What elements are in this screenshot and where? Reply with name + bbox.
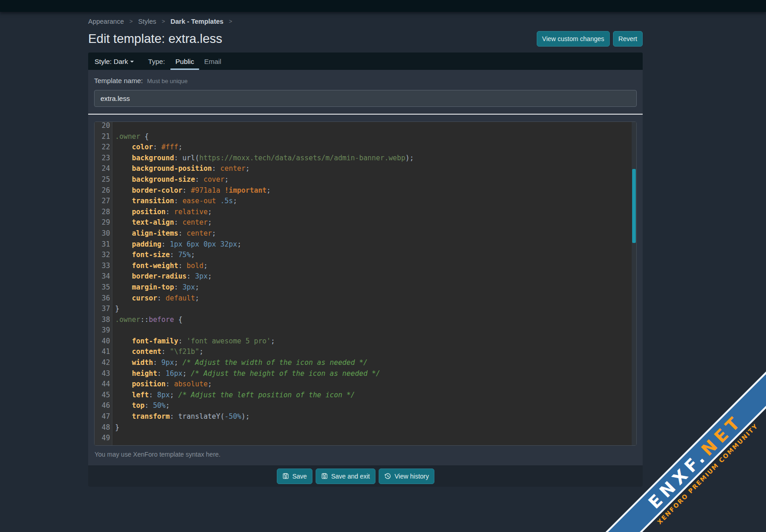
line-number: 35 [95,282,110,293]
code-line: .owner::before { [115,315,632,326]
code-line: align-items: center; [115,228,632,239]
syntax-hint: You may use XenForo template syntax here… [88,446,643,458]
code-line: width: 9px; /* Adjust the width of the i… [115,358,632,369]
code-line: border-radius: 3px; [115,271,632,282]
template-name-hint: Must be unique [147,78,188,84]
breadcrumb-item-dark-templates[interactable]: Dark - Templates [170,18,223,25]
footer-bar: Save Save and exit [88,465,643,487]
line-number-gutter: 2021222324252627282930313233343536373839… [95,122,112,445]
line-number: 24 [95,163,110,174]
line-number: 43 [95,369,110,379]
code-line: margin-top: 3px; [115,282,632,293]
chevron-down-icon [130,61,134,63]
line-number: 21 [95,132,110,142]
style-picker-menu[interactable]: Style: Dark [95,53,134,70]
edit-template-panel: Style: Dark Type: Public Email Template … [88,53,643,487]
page-title: Edit template: extra.less [88,32,222,46]
code-line: text-align: center; [115,217,632,228]
view-custom-changes-button[interactable]: View custom changes [537,31,610,47]
view-history-button-label: View history [395,473,429,480]
code-line [115,122,632,132]
chevron-right-icon: > [229,18,232,25]
save-icon [321,473,328,479]
editor-scrollbar[interactable] [632,122,636,445]
line-number: 46 [95,400,110,411]
tab-bar: Style: Dark Type: Public Email [88,53,643,70]
save-icon [282,473,289,479]
code-editor[interactable]: 2021222324252627282930313233343536373839… [94,121,637,446]
line-number: 27 [95,196,110,207]
line-number: 37 [95,304,110,315]
style-picker-label: Style: Dark [95,58,128,65]
chevron-right-icon: > [162,18,165,25]
line-number: 34 [95,271,110,282]
line-number: 45 [95,390,110,401]
code-line: left: 8px; /* Adjust the left position o… [115,390,632,401]
admin-top-bar [0,0,766,12]
title-row: Edit template: extra.less View custom ch… [88,31,643,47]
tab-public[interactable]: Public [170,53,199,70]
code-line: top: 50%; [115,400,632,411]
code-line: cursor: default; [115,293,632,304]
line-number: 33 [95,261,110,272]
code-line: .owner { [115,132,632,142]
code-line: } [115,422,632,433]
watermark-brand-orange: NET [697,411,746,459]
code-line [115,325,632,336]
template-name-row: Template name: Must be unique [88,70,643,114]
code-line: position: relative; [115,207,632,218]
code-line: font-size: 75%; [115,250,632,261]
code-line: transform: translateY(-50%); [115,411,632,422]
editor-section: 2021222324252627282930313233343536373839… [88,115,643,446]
page-content: Appearance > Styles > Dark - Templates >… [88,12,643,487]
code-line: content: "\f21b"; [115,347,632,358]
template-name-input[interactable] [94,90,637,107]
code-line: padding: 1px 6px 0px 32px; [115,239,632,250]
line-number: 31 [95,239,110,250]
line-number: 30 [95,228,110,239]
template-name-label: Template name: [94,77,143,84]
line-number: 32 [95,250,110,261]
save-and-exit-button-label: Save and exit [331,473,370,480]
line-number: 49 [95,433,110,444]
line-number: 25 [95,174,110,185]
breadcrumb: Appearance > Styles > Dark - Templates > [88,18,643,25]
line-number: 40 [95,336,110,347]
line-number: 23 [95,153,110,164]
line-number: 28 [95,207,110,218]
save-button-label: Save [292,473,307,480]
code-line: background-position: center; [115,163,632,174]
breadcrumb-item-styles[interactable]: Styles [138,18,157,25]
code-line: background-size: cover; [115,174,632,185]
line-number: 20 [95,121,110,132]
view-history-button[interactable]: View history [379,469,434,484]
line-number: 36 [95,293,110,304]
code-line: border-color: #971a1a !important; [115,185,632,196]
line-number: 47 [95,411,110,422]
line-number: 39 [95,325,110,336]
save-button[interactable]: Save [277,469,312,484]
line-number: 22 [95,142,110,153]
line-number: 41 [95,347,110,358]
header-actions: View custom changes Revert [537,31,643,47]
revert-button[interactable]: Revert [613,31,643,47]
code-line: background: url(https://moxx.tech/data/a… [115,153,632,164]
code-line: position: absolute; [115,379,632,390]
editor-scrollbar-thumb[interactable] [632,169,636,243]
code-area[interactable]: .owner { color: #fff; background: url(ht… [112,122,632,445]
code-line: font-weight: bold; [115,261,632,272]
type-label: Type: [148,53,165,70]
line-number: 42 [95,358,110,369]
code-line: } [115,304,632,315]
line-number: 26 [95,185,110,196]
code-line [115,433,632,444]
code-line: transition: ease-out .5s; [115,196,632,207]
history-icon [384,473,391,480]
breadcrumb-item-appearance[interactable]: Appearance [88,18,124,25]
line-number: 29 [95,217,110,228]
code-line: font-family: 'font awesome 5 pro'; [115,336,632,347]
code-line: height: 16px; /* Adjust the height of th… [115,369,632,379]
save-and-exit-button[interactable]: Save and exit [316,469,375,484]
tab-email[interactable]: Email [199,53,227,70]
line-number: 44 [95,379,110,390]
